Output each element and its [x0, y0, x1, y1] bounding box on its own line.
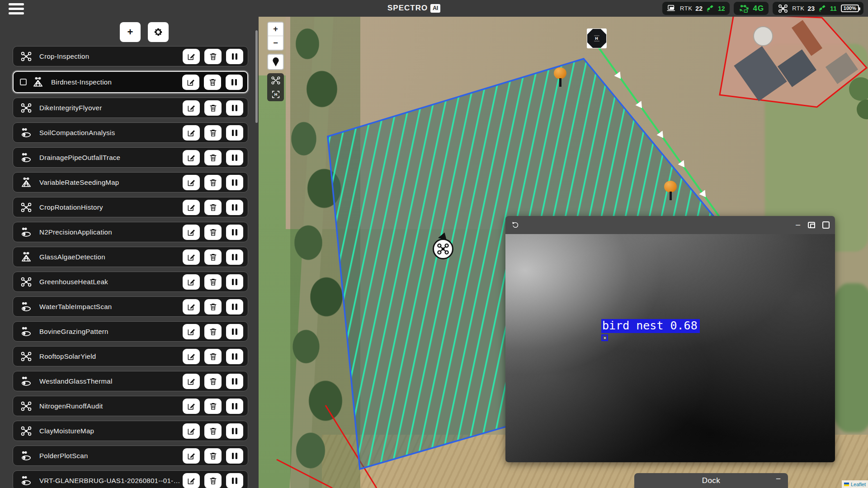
pause-mission-button[interactable] [226, 175, 243, 190]
edit-mission-button[interactable] [183, 100, 200, 116]
mission-item[interactable]: VariableRateSeedingMap [13, 172, 248, 192]
delete-mission-button[interactable] [204, 473, 222, 488]
delete-mission-button[interactable] [204, 324, 222, 339]
delete-mission-button[interactable] [204, 49, 222, 64]
mission-item[interactable]: N2PrecisionApplication [13, 222, 248, 242]
pause-icon [231, 178, 238, 187]
pause-mission-button[interactable] [226, 100, 243, 116]
pause-mission-button[interactable] [226, 423, 243, 439]
mission-item[interactable]: DikeIntegrityFlyover [13, 98, 248, 118]
edit-mission-button[interactable] [183, 324, 200, 339]
pause-mission-button[interactable] [226, 225, 243, 240]
delete-mission-button[interactable] [204, 299, 222, 314]
mission-item[interactable]: GreenhouseHeatLeak [13, 272, 248, 292]
mission-item[interactable]: Crop-Inspection [13, 46, 248, 66]
pause-mission-button[interactable] [226, 49, 243, 64]
video-minimize-button[interactable]: − [795, 221, 801, 230]
delete-mission-button[interactable] [204, 225, 222, 240]
edit-mission-button[interactable] [183, 448, 200, 464]
edit-mission-button[interactable] [182, 75, 199, 90]
mission-actions [183, 125, 243, 141]
mission-item[interactable]: Birdnest-Inspection [13, 71, 248, 93]
edit-mission-button[interactable] [183, 249, 200, 265]
delete-mission-button[interactable] [204, 125, 222, 141]
edit-mission-button[interactable] [183, 225, 200, 240]
pause-mission-button[interactable] [226, 274, 243, 290]
delete-mission-button[interactable] [204, 75, 221, 90]
mission-item[interactable]: CropRotationHistory [13, 197, 248, 217]
pause-mission-button[interactable] [226, 399, 243, 414]
edit-mission-button[interactable] [183, 473, 200, 488]
edit-mission-button[interactable] [183, 49, 200, 64]
dock-panel-minimize-button[interactable]: − [776, 474, 781, 484]
pause-icon [231, 104, 238, 112]
waypoint-pin[interactable] [554, 67, 567, 90]
attribution-link[interactable]: Leaflet [851, 482, 866, 487]
video-panel-header[interactable]: − [505, 216, 835, 234]
center-home-button[interactable]: H [267, 87, 284, 101]
mission-item[interactable]: WaterTableImpactScan [13, 296, 248, 317]
delete-mission-button[interactable] [204, 448, 222, 464]
settings-button[interactable] [148, 22, 169, 42]
pause-mission-button[interactable] [226, 349, 243, 364]
mission-item[interactable]: RooftopSolarYield [13, 346, 248, 366]
drone-view-button[interactable] [267, 73, 284, 87]
pause-mission-button[interactable] [226, 75, 243, 90]
pause-mission-button[interactable] [226, 249, 243, 265]
hamburger-menu-icon[interactable] [9, 3, 25, 14]
pause-mission-button[interactable] [226, 448, 243, 464]
pause-mission-button[interactable] [226, 324, 243, 339]
video-restore-icon[interactable] [808, 222, 815, 228]
add-marker-button[interactable] [267, 54, 284, 70]
mission-item[interactable]: BovineGrazingPattern [13, 321, 248, 342]
mission-item[interactable]: PolderPlotScan [13, 446, 248, 466]
svg-text:H: H [274, 92, 277, 97]
delete-mission-button[interactable] [204, 100, 222, 116]
delete-mission-button[interactable] [204, 175, 222, 190]
zoom-in-button[interactable]: + [268, 23, 283, 36]
pause-mission-button[interactable] [226, 374, 243, 389]
delete-mission-button[interactable] [204, 349, 222, 364]
edit-mission-button[interactable] [183, 274, 200, 290]
edit-mission-button[interactable] [183, 374, 200, 389]
mission-item[interactable]: NitrogenRunoffAudit [13, 396, 248, 416]
zoom-out-button[interactable]: − [268, 36, 283, 50]
drone-position-marker[interactable] [433, 239, 453, 259]
pause-mission-button[interactable] [226, 299, 243, 314]
mission-checkbox[interactable] [20, 79, 27, 85]
edit-mission-button[interactable] [183, 150, 200, 165]
delete-mission-button[interactable] [204, 274, 222, 290]
sidebar-scrollbar[interactable] [255, 30, 258, 123]
edit-mission-button[interactable] [183, 399, 200, 414]
pause-mission-button[interactable] [226, 473, 243, 488]
mission-item[interactable]: ClayMoistureMap [13, 421, 248, 441]
mission-item[interactable]: WestlandGlassThermal [13, 371, 248, 391]
edit-mission-button[interactable] [183, 349, 200, 364]
refresh-icon[interactable] [511, 221, 520, 230]
video-maximize-icon[interactable] [822, 221, 830, 229]
pause-icon [231, 278, 238, 286]
mission-item[interactable]: SoilCompactionAnalysis [13, 122, 248, 143]
mission-item[interactable]: VRT-GLANERBRUG-UAS1-20260801--01-VIDEO [13, 470, 248, 488]
edit-mission-button[interactable] [183, 125, 200, 141]
dock-marker[interactable]: H [587, 28, 607, 48]
mission-item[interactable]: DrainagePipeOutfallTrace [13, 147, 248, 168]
edit-mission-button[interactable] [183, 423, 200, 439]
dock-panel-bar[interactable]: Dock − [634, 473, 788, 488]
edit-mission-button[interactable] [183, 175, 200, 190]
delete-mission-button[interactable] [204, 423, 222, 439]
edit-mission-button[interactable] [183, 200, 200, 215]
delete-mission-button[interactable] [204, 200, 222, 215]
delete-mission-button[interactable] [204, 374, 222, 389]
waypoint-pin[interactable] [664, 181, 678, 203]
delete-mission-button[interactable] [204, 249, 222, 265]
edit-mission-button[interactable] [183, 299, 200, 314]
delete-mission-button[interactable] [204, 399, 222, 414]
delete-mission-button[interactable] [204, 150, 222, 165]
map-canvas[interactable]: H + − [259, 17, 868, 488]
pause-mission-button[interactable] [226, 200, 243, 215]
mission-item[interactable]: GlassAlgaeDetection [13, 247, 248, 267]
add-mission-button[interactable]: + [120, 22, 141, 42]
pause-mission-button[interactable] [226, 150, 243, 165]
pause-mission-button[interactable] [226, 125, 243, 141]
